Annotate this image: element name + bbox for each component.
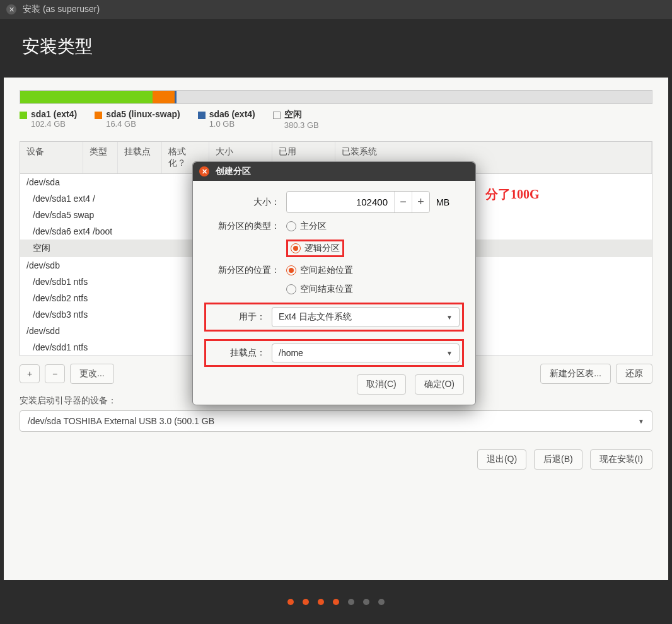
- legend-label: sda5 (linux-swap): [106, 109, 180, 119]
- mount-point-label: 挂载点：: [209, 347, 265, 359]
- change-partition-button[interactable]: 更改...: [70, 364, 114, 384]
- quit-button[interactable]: 退出(Q): [477, 449, 526, 470]
- install-now-button[interactable]: 现在安装(I): [590, 449, 652, 470]
- size-label: 大小：: [204, 197, 280, 208]
- remove-partition-button[interactable]: −: [45, 364, 65, 383]
- chevron-down-icon: ▼: [638, 418, 644, 425]
- new-partition-table-button[interactable]: 新建分区表...: [540, 364, 611, 384]
- dialog-ok-button[interactable]: 确定(O): [415, 374, 464, 395]
- position-end-radio[interactable]: 空间结束位置: [286, 284, 353, 295]
- legend-label: sda1 (ext4): [31, 109, 77, 119]
- usage-segment: [153, 91, 175, 103]
- radio-icon: [291, 243, 301, 253]
- titlebar: ✕ 安装 (as superuser): [0, 0, 672, 19]
- size-plus-button[interactable]: +: [412, 192, 429, 212]
- annotation-text: 分了100G: [485, 186, 540, 203]
- use-as-label: 用于：: [209, 311, 265, 323]
- step-dot: [333, 599, 339, 605]
- legend-swatch: [198, 112, 206, 119]
- step-dot: [303, 599, 309, 605]
- size-minus-button[interactable]: −: [394, 192, 412, 212]
- dialog-title: 创建分区: [216, 166, 251, 177]
- step-dot: [287, 599, 294, 605]
- legend-size: 16.4 GB: [106, 119, 180, 129]
- back-button[interactable]: 后退(B): [534, 449, 582, 470]
- radio-icon: [286, 284, 296, 294]
- legend-label: 空闲: [284, 109, 319, 120]
- wizard-buttons: 退出(Q) 后退(B) 现在安装(I): [20, 449, 652, 470]
- step-dot: [318, 599, 324, 605]
- page-title: 安装类型: [0, 19, 672, 78]
- bootloader-value: /dev/sda TOSHIBA External USB 3.0 (500.1…: [28, 416, 214, 426]
- legend-swatch: [20, 112, 27, 119]
- disk-usage-bar: [20, 90, 652, 104]
- legend-label: sda6 (ext4): [209, 109, 255, 119]
- size-input[interactable]: [287, 193, 394, 211]
- column-header[interactable]: 类型: [83, 142, 118, 173]
- usage-segment: [20, 91, 153, 103]
- size-spinner: − +: [286, 191, 430, 213]
- type-label: 新分区的类型：: [204, 221, 280, 232]
- legend-item: 空闲380.3 GB: [273, 109, 319, 130]
- legend: sda1 (ext4)102.4 GBsda5 (linux-swap)16.4…: [20, 109, 652, 130]
- step-dot: [348, 599, 354, 605]
- mount-point-select[interactable]: /home ▼: [272, 344, 460, 362]
- bootloader-select[interactable]: /dev/sda TOSHIBA External USB 3.0 (500.1…: [20, 410, 652, 432]
- radio-icon: [286, 221, 296, 231]
- step-dot: [378, 599, 385, 605]
- use-as-select[interactable]: Ext4 日志文件系统 ▼: [272, 307, 460, 327]
- column-header[interactable]: 挂载点: [118, 142, 162, 173]
- legend-size: 1.0 GB: [209, 119, 255, 129]
- chevron-down-icon: ▼: [446, 314, 453, 321]
- revert-button[interactable]: 还原: [616, 364, 652, 384]
- dialog-titlebar: ✕ 创建分区: [193, 162, 475, 181]
- chevron-down-icon: ▼: [446, 350, 453, 357]
- step-dot: [363, 599, 369, 605]
- legend-swatch: [95, 112, 102, 119]
- create-partition-dialog: ✕ 创建分区 大小： − + MB 新分区的类型： 主分区: [192, 161, 476, 405]
- legend-size: 102.4 GB: [31, 119, 77, 129]
- legend-item: sda1 (ext4)102.4 GB: [20, 109, 77, 130]
- legend-item: sda5 (linux-swap)16.4 GB: [95, 109, 180, 130]
- position-label: 新分区的位置：: [204, 265, 280, 276]
- radio-icon: [286, 265, 296, 275]
- dialog-close-icon[interactable]: ✕: [199, 166, 209, 176]
- position-begin-radio[interactable]: 空间起始位置: [286, 265, 353, 276]
- close-icon[interactable]: ✕: [6, 4, 16, 14]
- progress-dots: [0, 580, 672, 624]
- legend-size: 380.3 GB: [284, 120, 319, 130]
- dialog-cancel-button[interactable]: 取消(C): [357, 374, 405, 395]
- column-header[interactable]: 设备: [20, 142, 83, 173]
- add-partition-button[interactable]: +: [20, 364, 40, 383]
- legend-item: sda6 (ext4)1.0 GB: [198, 109, 255, 130]
- type-primary-radio[interactable]: 主分区: [286, 221, 327, 232]
- installer-window: ✕ 安装 (as superuser) 安装类型 sda1 (ext4)102.…: [0, 0, 672, 624]
- type-logical-radio[interactable]: 逻辑分区: [286, 240, 344, 257]
- usage-segment: [175, 91, 177, 103]
- legend-swatch: [273, 112, 281, 119]
- window-title: 安装 (as superuser): [23, 4, 100, 15]
- size-unit: MB: [436, 197, 449, 207]
